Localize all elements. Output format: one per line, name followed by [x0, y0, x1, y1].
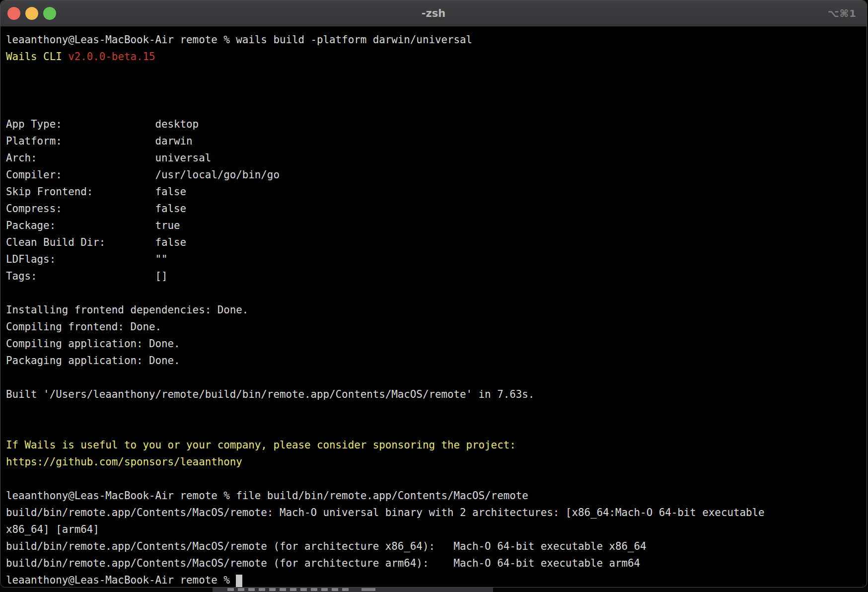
terminal-line: leaanthony@Leas-MacBook-Air remote %: [6, 572, 863, 588]
terminal-line: Built '/Users/leaanthony/remote/build/bi…: [6, 386, 863, 403]
terminal-line: App Type: desktop: [6, 116, 863, 133]
terminal-line: Installing frontend dependencies: Done.: [6, 301, 863, 318]
terminal-line: Wails CLI v2.0.0-beta.15: [6, 48, 863, 65]
window-titlebar[interactable]: -zsh ⌥⌘1: [0, 0, 867, 27]
terminal-line: [6, 403, 863, 420]
terminal-line: Tags: []: [6, 268, 863, 285]
traffic-lights: [7, 0, 56, 26]
zoom-button[interactable]: [43, 7, 56, 20]
terminal-line: [6, 420, 863, 437]
terminal-line: [6, 285, 863, 301]
terminal-line: LDFlags: "": [6, 251, 863, 268]
background-window-text-fragment: [227, 588, 352, 591]
terminal-line: build/bin/remote.app/Contents/MacOS/remo…: [6, 538, 863, 555]
window-title: -zsh: [422, 7, 445, 19]
terminal-line: Skip Frontend: false: [6, 183, 863, 200]
terminal-line: [6, 65, 863, 82]
terminal-line: Arch: universal: [6, 149, 863, 166]
terminal-line: Compiler: /usr/local/go/bin/go: [6, 166, 863, 183]
terminal-line: Platform: darwin: [6, 133, 863, 149]
terminal-line: Clean Build Dir: false: [6, 234, 863, 251]
terminal-output[interactable]: leaanthony@Leas-MacBook-Air remote % wai…: [0, 27, 867, 588]
terminal-line: build/bin/remote.app/Contents/MacOS/remo…: [6, 504, 863, 521]
terminal-line: Compiling application: Done.: [6, 335, 863, 352]
window-shortcut-badge: ⌥⌘1: [827, 7, 857, 19]
minimize-button[interactable]: [25, 7, 38, 20]
terminal-line: [6, 369, 863, 386]
terminal-line: Compress: false: [6, 200, 863, 217]
terminal-line: [6, 470, 863, 487]
terminal-line: Packaging application: Done.: [6, 352, 863, 369]
terminal-line: Compiling frontend: Done.: [6, 318, 863, 335]
background-window-text-fragment: [362, 588, 375, 591]
terminal-line: leaanthony@Leas-MacBook-Air remote % fil…: [6, 487, 863, 504]
terminal-window: -zsh ⌥⌘1 leaanthony@Leas-MacBook-Air rem…: [0, 0, 867, 588]
block-cursor: [236, 575, 242, 587]
terminal-line: [6, 99, 863, 116]
terminal-line: build/bin/remote.app/Contents/MacOS/remo…: [6, 555, 863, 572]
terminal-line: [6, 82, 863, 99]
terminal-line: https://github.com/sponsors/leaanthony: [6, 453, 863, 470]
terminal-line: Package: true: [6, 217, 863, 234]
terminal-line: leaanthony@Leas-MacBook-Air remote % wai…: [6, 31, 863, 48]
terminal-line: If Wails is useful to you or your compan…: [6, 437, 863, 453]
terminal-line: x86_64] [arm64]: [6, 521, 863, 538]
close-button[interactable]: [7, 7, 20, 20]
